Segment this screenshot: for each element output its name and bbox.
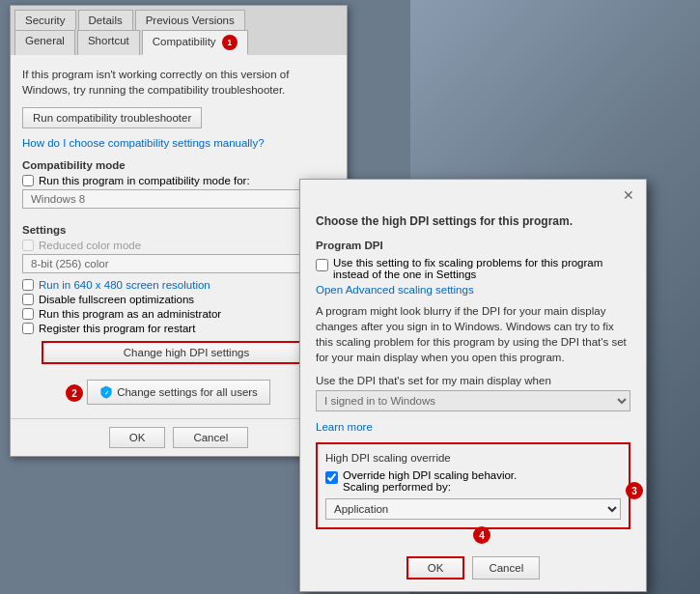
- compat-mode-checkbox-label: Run this program in compatibility mode f…: [39, 175, 250, 186]
- description-text: If this program isn't working correctly …: [22, 67, 335, 98]
- tab-area: Security Details Previous Versions Gener…: [11, 6, 347, 55]
- choose-manually-link[interactable]: How do I choose compatibility settings m…: [22, 137, 265, 149]
- run640-label: Run in 640 x 480 screen resolution: [39, 279, 210, 291]
- compat-mode-checkbox[interactable]: [22, 175, 34, 186]
- tab-security[interactable]: Security: [14, 10, 76, 30]
- change-all-users-label: Change settings for all users: [117, 386, 258, 398]
- override-checkbox[interactable]: [325, 471, 338, 484]
- shield-icon: ✓: [99, 385, 113, 399]
- override-checkbox-label: Override high DPI scaling behavior.: [343, 469, 517, 481]
- register-restart-row: Register this program for restart: [22, 323, 335, 334]
- program-dpi-checkbox-row: Use this setting to fix scaling problems…: [316, 257, 630, 280]
- register-restart-checkbox[interactable]: [22, 323, 34, 334]
- register-restart-label: Register this program for restart: [39, 323, 195, 334]
- run-troubleshooter-button[interactable]: Run compatibility troubleshooter: [22, 107, 202, 128]
- badge-4: 4: [473, 526, 490, 544]
- tab-compatibility[interactable]: Compatibility 1: [142, 30, 248, 55]
- change-dpi-button[interactable]: Change high DPI settings: [42, 341, 331, 364]
- badge-3: 3: [626, 482, 643, 499]
- open-advanced-scaling-link[interactable]: Open Advanced scaling settings: [316, 284, 630, 296]
- program-dpi-checkbox-label: Use this setting to fix scaling problems…: [333, 257, 630, 280]
- settings-section: Settings Reduced color mode 8-bit (256) …: [22, 224, 335, 334]
- reduced-color-row: Reduced color mode: [22, 240, 335, 251]
- tab-shortcut[interactable]: Shortcut: [77, 30, 140, 55]
- main-dialog-footer: OK Cancel: [11, 418, 347, 456]
- dpi-dialog-title: Choose the high DPI settings for this pr…: [316, 214, 630, 228]
- run-as-admin-checkbox[interactable]: [22, 308, 34, 320]
- dpi-close-button[interactable]: ✕: [619, 185, 638, 205]
- override-title: High DPI scaling override: [325, 452, 621, 464]
- properties-dialog: Security Details Previous Versions Gener…: [10, 5, 348, 457]
- override-checkbox-row: Override high DPI scaling behavior. Scal…: [325, 469, 621, 493]
- dpi-content: Choose the high DPI settings for this pr…: [300, 209, 646, 551]
- dialog-content: If this program isn't working correctly …: [11, 55, 347, 412]
- compat-mode-dropdown[interactable]: Windows 8: [22, 189, 335, 209]
- svg-text:✓: ✓: [104, 389, 109, 396]
- disable-fullscreen-checkbox[interactable]: [22, 294, 34, 305]
- change-all-users-button[interactable]: ✓ Change settings for all users: [87, 380, 270, 405]
- run-as-admin-row: Run this program as an administrator: [22, 308, 335, 320]
- tab-general[interactable]: General: [14, 30, 75, 55]
- program-dpi-checkbox[interactable]: [316, 259, 328, 271]
- dpi-dialog-footer: OK Cancel: [300, 551, 646, 591]
- compat-mode-checkbox-row: Run this program in compatibility mode f…: [22, 175, 335, 186]
- program-dpi-label: Program DPI: [316, 240, 630, 251]
- settings-label: Settings: [22, 224, 335, 236]
- color-dropdown[interactable]: 8-bit (256) color: [22, 254, 335, 273]
- override-section: High DPI scaling override Override high …: [316, 442, 630, 529]
- tab-row-2: General Shortcut Compatibility 1: [14, 30, 343, 55]
- dpi-titlebar: ✕: [300, 180, 646, 209]
- main-cancel-button[interactable]: Cancel: [173, 427, 248, 448]
- dpi-signin-dropdown[interactable]: I signed in to Windows: [316, 390, 630, 411]
- dpi-dropdown-label: Use the DPI that's set for my main displ…: [316, 375, 630, 386]
- override-dropdown[interactable]: Application System System (Enhanced): [325, 498, 621, 520]
- compatibility-mode-label: Compatibility mode: [22, 159, 335, 171]
- disable-fullscreen-row: Disable fullscreen optimizations: [22, 294, 335, 305]
- reduced-color-checkbox[interactable]: [22, 240, 34, 251]
- tab-previous-versions[interactable]: Previous Versions: [135, 10, 245, 30]
- badge-1: 1: [222, 35, 238, 50]
- main-ok-button[interactable]: OK: [109, 427, 166, 448]
- badge-2: 2: [66, 384, 83, 402]
- learn-more-link[interactable]: Learn more: [316, 421, 630, 433]
- override-checkbox-labels: Override high DPI scaling behavior. Scal…: [343, 469, 517, 493]
- tab-details[interactable]: Details: [78, 10, 133, 30]
- dpi-ok-button[interactable]: OK: [406, 556, 465, 580]
- run-as-admin-label: Run this program as an administrator: [39, 308, 221, 320]
- dpi-cancel-button[interactable]: Cancel: [472, 556, 540, 580]
- tab-row-1: Security Details Previous Versions: [14, 10, 343, 30]
- disable-fullscreen-label: Disable fullscreen optimizations: [39, 294, 194, 305]
- run640-row: Run in 640 x 480 screen resolution: [22, 279, 335, 291]
- override-sub-label: Scaling performed by:: [343, 481, 517, 493]
- run640-checkbox[interactable]: [22, 279, 34, 291]
- dpi-description: A program might look blurry if the DPI f…: [316, 303, 630, 365]
- reduced-color-label: Reduced color mode: [39, 240, 141, 251]
